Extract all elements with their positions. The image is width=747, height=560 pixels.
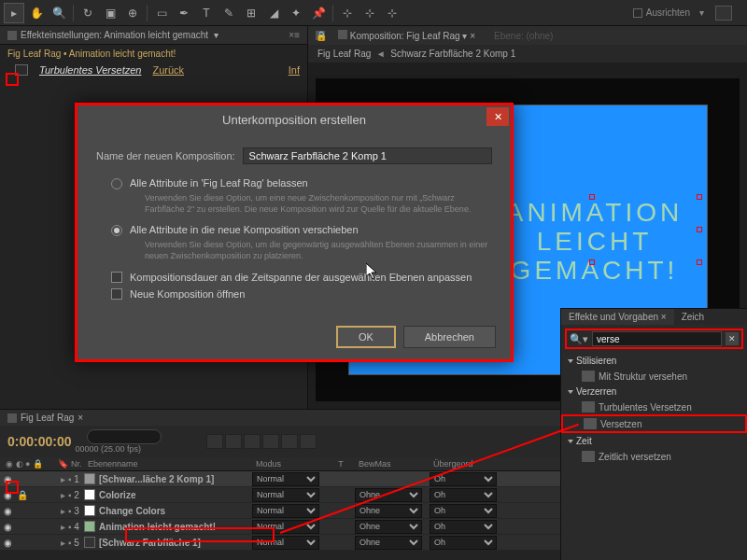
category-time[interactable]: Zeit xyxy=(561,433,747,449)
align-checkbox-icon[interactable] xyxy=(633,8,642,18)
timeline-layer-row[interactable]: ◉ ▸ ▪ 5 [Schwarz Farbfläche 1] Normal Oh… xyxy=(0,535,560,551)
timecode[interactable]: 0:00:00:00 xyxy=(7,434,72,449)
effects-presets-tab[interactable]: Effekte und Vorgaben × xyxy=(561,309,674,325)
search-input[interactable] xyxy=(592,331,722,346)
stamp-tool-icon[interactable]: ⊞ xyxy=(241,3,261,23)
anchor-tool-icon[interactable]: ⊕ xyxy=(122,3,143,23)
effect-icon xyxy=(582,401,595,413)
timeline-tab[interactable]: Fig Leaf Rag × xyxy=(0,410,560,426)
open-checkbox[interactable] xyxy=(111,288,122,300)
tl-toggle-icon[interactable] xyxy=(225,434,242,449)
world-axis-icon[interactable]: ⊹ xyxy=(359,3,380,23)
timeline-layer-row[interactable]: ◉🔒 ▸ ▪ 2 Colorize Normal Ohne Oh xyxy=(0,487,560,503)
tl-toggle-icon[interactable] xyxy=(300,434,317,449)
selection-handle[interactable] xyxy=(697,259,702,265)
view-axis-icon[interactable]: ⊹ xyxy=(382,3,402,23)
effect-icon xyxy=(584,418,597,429)
category-stylize[interactable]: Stilisieren xyxy=(561,353,747,369)
search-icon: 🔍▾ xyxy=(570,333,588,345)
open-label: Neue Komposition öffnen xyxy=(130,288,245,300)
effect-item[interactable]: Mit Struktur versehen xyxy=(561,369,747,384)
eraser-tool-icon[interactable]: ◢ xyxy=(263,3,284,23)
rotate-tool-icon[interactable]: ↻ xyxy=(78,3,98,23)
roto-tool-icon[interactable]: ✦ xyxy=(286,3,306,23)
effects-panel-tab[interactable]: Effekteinstellungen: Animation leicht ge… xyxy=(0,26,307,45)
selection-handle[interactable] xyxy=(697,194,702,200)
effect-name-label[interactable]: Turbulentes Versetzen xyxy=(39,64,141,76)
effect-item[interactable]: Zeitlich versetzen xyxy=(561,449,747,464)
annotation-highlight xyxy=(125,527,275,542)
selection-handle[interactable] xyxy=(589,259,595,265)
search-box: 🔍▾ ✕ xyxy=(565,329,743,349)
layer-tab[interactable]: Ebene: (ohne) xyxy=(488,29,558,43)
selection-handle[interactable] xyxy=(697,227,702,232)
timeline-panel: Fig Leaf Rag × 0:00:00:00 00000 (25.00 f… xyxy=(0,409,560,560)
timeline-search[interactable] xyxy=(87,429,162,444)
timeline-layer-row[interactable]: ◉ ▸ ▪ 3 Change Colors Normal Ohne Oh xyxy=(0,503,560,519)
duration-checkbox[interactable] xyxy=(111,272,122,283)
effects-presets-panel: Effekte und Vorgaben × Zeich 🔍▾ ✕ Stilis… xyxy=(560,308,747,560)
annotation-highlight xyxy=(6,481,19,494)
align-option[interactable]: Ausrichten ▾ xyxy=(633,6,743,21)
reset-link[interactable]: Zurück xyxy=(152,64,184,76)
name-label: Name der neuen Komposition: xyxy=(96,150,235,161)
camera-tool-icon[interactable]: ▣ xyxy=(100,3,120,23)
pen-tool-icon[interactable]: ✒ xyxy=(174,3,194,23)
cancel-button[interactable]: Abbrechen xyxy=(403,326,496,348)
dialog-title: Unterkomposition erstellen xyxy=(78,105,511,134)
puppet-tool-icon[interactable]: 📌 xyxy=(308,3,329,23)
option1-radio[interactable] xyxy=(111,178,122,189)
timeline-layer-row[interactable]: ◉ ▸ ▪ 1 [Schwar...läche 2 Komp 1] Normal… xyxy=(0,471,560,487)
snap-icon[interactable] xyxy=(715,6,732,21)
tl-toggle-icon[interactable] xyxy=(244,434,261,449)
char-tab[interactable]: Zeich xyxy=(674,309,712,325)
tl-toggle-icon[interactable] xyxy=(206,434,223,449)
hand-tool-icon[interactable]: ✋ xyxy=(26,3,47,23)
text-layer[interactable]: ANIMATIONLEICHT GEMACHT! xyxy=(492,199,698,285)
option1-desc: Verwenden Sie diese Option, um eine neue… xyxy=(145,193,492,215)
effect-icon xyxy=(582,371,595,382)
annotation-highlight xyxy=(6,73,19,86)
local-axis-icon[interactable]: ⊹ xyxy=(337,3,358,23)
shape-tool-icon[interactable]: ▭ xyxy=(151,3,172,23)
tl-toggle-icon[interactable] xyxy=(262,434,279,449)
panel-menu-icon[interactable]: ×≡ xyxy=(289,30,300,40)
effect-item[interactable]: Turbulentes Versetzen Zurück Inf xyxy=(0,63,307,77)
main-toolbar: ▸ ✋ 🔍 ↻ ▣ ⊕ ▭ ✒ T ✎ ⊞ ◢ ✦ 📌 ⊹ ⊹ ⊹ Ausric… xyxy=(0,0,747,26)
selection-tool-icon[interactable]: ▸ xyxy=(4,3,24,23)
precompose-dialog: Unterkomposition erstellen ✕ Name der ne… xyxy=(75,103,514,362)
clear-search-button[interactable]: ✕ xyxy=(726,332,739,345)
ok-button[interactable]: OK xyxy=(336,326,396,348)
option2-radio[interactable] xyxy=(111,225,122,236)
tl-toggle-icon[interactable] xyxy=(281,434,298,449)
zoom-tool-icon[interactable]: 🔍 xyxy=(49,3,69,23)
category-distort[interactable]: Verzerren xyxy=(561,384,747,399)
selection-handle[interactable] xyxy=(589,194,595,200)
viewer-breadcrumb: Fig Leaf Rag ◄ Schwarz Farbfläche 2 Komp… xyxy=(308,45,747,63)
panel-icon xyxy=(7,31,17,40)
text-tool-icon[interactable]: T xyxy=(196,3,217,23)
duration-label: Kompositionsdauer an die Zeitspanne der … xyxy=(130,272,472,283)
comp-tab[interactable]: Komposition: Fig Leaf Rag ▾ × xyxy=(332,28,481,43)
effect-breadcrumb: Fig Leaf Rag • Animation leicht gemacht! xyxy=(0,45,307,63)
fps-label: 00000 (25.00 fps) xyxy=(76,444,162,454)
lock-icon[interactable]: 🔒 xyxy=(316,31,325,40)
option1-label: Alle Attribute in 'Fig Leaf Rag' belasse… xyxy=(130,177,308,189)
brush-tool-icon[interactable]: ✎ xyxy=(218,3,239,23)
effect-item-highlighted[interactable]: Versetzen xyxy=(561,414,747,433)
effect-icon xyxy=(582,451,595,462)
option2-label: Alle Attribute in die neue Komposition v… xyxy=(130,224,359,235)
close-button[interactable]: ✕ xyxy=(486,107,509,126)
comp-name-input[interactable] xyxy=(243,147,492,164)
effect-item[interactable]: Turbulentes Versetzen xyxy=(561,399,747,414)
info-link[interactable]: Inf xyxy=(289,64,300,76)
option2-desc: Verwenden Sie diese Option, um die gegen… xyxy=(145,240,492,261)
